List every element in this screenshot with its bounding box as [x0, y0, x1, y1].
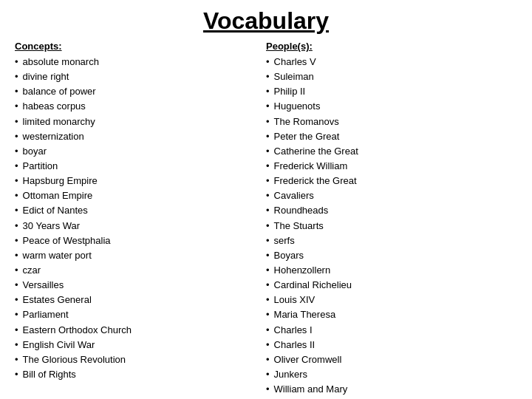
list-item: Estates General: [15, 293, 259, 307]
people-header: People(s):: [266, 41, 510, 52]
list-item: balance of power: [15, 84, 259, 99]
list-item: Edict of Nantes: [15, 203, 259, 218]
list-item: Philip II: [266, 84, 510, 99]
list-item: Oliver Cromwell: [266, 352, 510, 367]
people-list: Charles VSuleimanPhilip IIHuguenotsThe R…: [266, 55, 510, 397]
list-item: czar: [15, 263, 259, 278]
list-item: English Civil War: [15, 338, 259, 352]
list-item: absolute monarch: [15, 55, 259, 69]
list-item: Charles V: [266, 55, 510, 69]
list-item: Hapsburg Empire: [15, 174, 259, 188]
people-column: People(s): Charles VSuleimanPhilip IIHug…: [266, 41, 517, 397]
page: Vocabulary Concepts: absolute monarchdiv…: [0, 0, 532, 399]
list-item: divine right: [15, 69, 259, 84]
list-item: Peace of Westphalia: [15, 233, 259, 248]
list-item: Eastern Orthodox Church: [15, 323, 259, 338]
list-item: Cardinal Richelieu: [266, 278, 510, 293]
list-item: Hohenzollern: [266, 263, 510, 278]
concepts-header: Concepts:: [15, 41, 259, 52]
list-item: Maria Theresa: [266, 307, 510, 322]
list-item: boyar: [15, 144, 259, 159]
list-item: Bill of Rights: [15, 367, 259, 382]
list-item: Louis XIV: [266, 293, 510, 307]
list-item: The Glorious Revolution: [15, 352, 259, 367]
list-item: The Romanovs: [266, 115, 510, 129]
list-item: Charles I: [266, 323, 510, 338]
list-item: Junkers: [266, 367, 510, 382]
list-item: Roundheads: [266, 203, 510, 218]
concepts-list: absolute monarchdivine rightbalance of p…: [15, 55, 259, 382]
list-item: Partition: [15, 159, 259, 174]
list-item: habeas corpus: [15, 99, 259, 114]
list-item: westernization: [15, 129, 259, 144]
list-item: Parliament: [15, 307, 259, 322]
list-item: Versailles: [15, 278, 259, 293]
list-item: 30 Years War: [15, 219, 259, 233]
concepts-column: Concepts: absolute monarchdivine rightba…: [15, 41, 266, 397]
list-item: Peter the Great: [266, 129, 510, 144]
list-item: serfs: [266, 233, 510, 248]
list-item: Ottoman Empire: [15, 188, 259, 203]
list-item: Huguenots: [266, 99, 510, 114]
list-item: Suleiman: [266, 69, 510, 84]
list-item: Cavaliers: [266, 188, 510, 203]
list-item: William and Mary: [266, 382, 510, 397]
list-item: Catherine the Great: [266, 144, 510, 159]
list-item: Charles II: [266, 338, 510, 352]
list-item: Frederick William: [266, 159, 510, 174]
columns: Concepts: absolute monarchdivine rightba…: [15, 41, 517, 397]
list-item: limited monarchy: [15, 115, 259, 129]
page-title: Vocabulary: [15, 7, 517, 35]
list-item: Frederick the Great: [266, 174, 510, 188]
list-item: Boyars: [266, 248, 510, 263]
list-item: The Stuarts: [266, 219, 510, 233]
list-item: warm water port: [15, 248, 259, 263]
